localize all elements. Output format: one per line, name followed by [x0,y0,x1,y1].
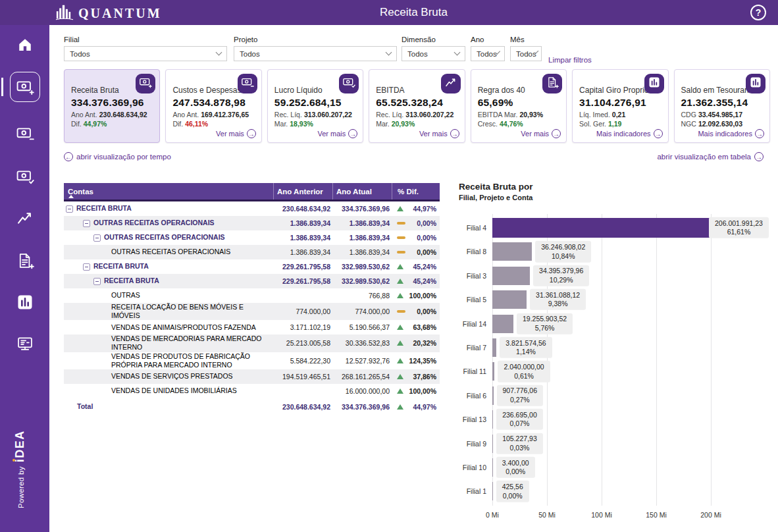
table-row[interactable]: VENDAS DE ANIMAIS/PRODUTOS FAZENDA 3.171… [64,320,440,334]
table-row[interactable]: VENDAS DE SERVIÇOS PRESTADOS 194.519.465… [64,369,440,384]
kpi-card-ebitda[interactable]: EBITDA 65.525.328,24 Rec. Líq.313.060.20… [369,69,465,143]
bar-chart-icon [749,76,762,92]
chart-title: Receita Bruta por [459,182,533,192]
column-header-pct-dif[interactable]: % Dif. [392,183,440,200]
chevron-down-icon [386,49,392,56]
column-header-ano-atual[interactable]: Ano Atual [332,183,392,200]
filter-select[interactable]: Todos [64,46,227,61]
kpi-card-regra-dos-40[interactable]: Regra dos 40 65,69% EBITDA Mar.20,93% Cr… [471,69,567,143]
card-link[interactable]: Mais indicadores [698,129,764,138]
arrow-left-icon [64,152,73,161]
page-title: Receita Bruta [49,0,778,25]
chart-bar-row: Filial 4 206.001.991,23 61,61% [492,219,769,237]
table-row[interactable]: OUTRAS 766,88 100,00% [64,288,440,303]
arrow-right-icon [755,129,764,138]
chart-bar-row: Filial 11 2.040.000,00 0,61% [492,362,769,381]
filter-select[interactable]: Todos [402,46,465,61]
chart-value-label: 907.776,06 0,27% [497,385,544,406]
trend-up-icon [397,325,403,330]
trend-up-icon [397,388,403,394]
arrow-right-icon [552,129,561,138]
table-row[interactable]: OUTRAS RECEITAS OPERACIONAIS 1.386.839,3… [64,245,440,259]
card-link[interactable]: Ver mais [216,129,256,138]
filter-select[interactable]: Todos [510,46,542,61]
chart-category-label: Filial 1 [467,487,486,495]
sidebar-item-document-plus[interactable] [16,252,34,270]
kpi-card-saldo-em-tesouraria[interactable]: Saldo em Tesouraria 21.362.355,14 CDG33.… [674,69,770,143]
chart-category-label: Filial 5 [467,296,486,304]
kpi-card-receita-bruta[interactable]: Receita Bruta 334.376.369,96 Ano Ant.230… [64,69,160,143]
help-icon[interactable]: ? [750,5,766,20]
chart-bar[interactable] [492,267,530,285]
collapse-icon[interactable] [93,234,101,242]
kpi-card-lucro-líquido[interactable]: Lucro Líquido 59.252.684,15 Rec. Líq.313… [267,69,363,143]
chart-bar[interactable] [492,482,493,500]
chart-bar[interactable] [492,362,494,381]
chart-bar[interactable] [492,458,493,477]
chart-category-label: Filial 4 [467,224,486,232]
bar-chart-panel: Receita Bruta por Filial, Projeto e Cont… [454,178,773,527]
column-header-contas[interactable]: Contas [64,183,273,200]
card-link[interactable]: Ver mais [419,129,459,138]
chart-bar[interactable] [492,435,493,453]
table-row[interactable]: RECEITA BRUTA 230.648.634,92 334.376.369… [64,201,440,216]
kpi-card-capital-giro-proprio[interactable]: Capital Giro Proprio 31.104.276,91 Líq. … [572,69,668,143]
open-time-view-link[interactable]: abrir visualização por tempo [64,152,171,161]
filter-select[interactable]: Todos [234,46,397,61]
money-plus-icon [139,76,152,92]
card-link[interactable]: Mais indicadores [596,129,663,138]
table-row[interactable]: OUTRAS RECEITAS OPERACIONAIS 1.386.839,3… [64,230,440,245]
trend-up-icon [397,358,403,363]
table-row[interactable]: RECEITA LOCAÇÃO DE BENS MÓVEIS E IMÓVEIS… [64,303,440,320]
chart-value-label: 105.227,93 0,03% [496,433,543,454]
sidebar-item-monitor[interactable] [16,334,34,353]
table-row[interactable]: VENDAS DE PRODUTOS DE FABRICAÇÃO PRÓPRIA… [64,352,440,369]
filter-label: Projeto [234,36,397,43]
chart-bar[interactable] [492,242,532,261]
chart-bar[interactable] [492,315,513,333]
table-header: Contas Ano Anterior Ano Atual % Dif. [64,183,440,201]
card-link[interactable]: Ver mais [521,129,561,138]
chart-bar[interactable] [492,218,717,238]
filter-label: Mês [510,36,542,43]
sidebar-item-money-plus[interactable] [16,78,34,96]
filter-select[interactable]: Todos [471,46,505,61]
bar-chart-icon [648,76,661,92]
sidebar-item-money-minus[interactable] [16,124,34,143]
sidebar-item-bar-chart[interactable] [16,293,34,311]
column-header-ano-anterior[interactable]: Ano Anterior [273,183,332,200]
chart-bar[interactable] [492,338,496,357]
money-check-icon [16,167,34,186]
card-value: 31.104.276,91 [579,97,661,109]
sidebar-item-home[interactable] [16,36,34,54]
receita-bruta-dashboard: Powered byiDEA QUANTUM Receita Bruta ? F… [0,0,778,532]
chart-bar[interactable] [492,386,494,405]
table-row[interactable]: OUTRAS RECEITAS OPERACIONAIS 1.386.839,3… [64,216,440,230]
home-icon [16,36,34,54]
card-link[interactable]: Ver mais [317,129,357,138]
collapse-icon[interactable] [66,205,73,213]
filter-ano: Ano Todos [471,36,505,61]
powered-by-text: Powered by [17,466,25,508]
collapse-icon[interactable] [83,263,90,271]
card-value: 59.252.684,15 [274,97,356,109]
table-row[interactable]: RECEITA BRUTA 229.261.795,58 332.989.530… [64,259,440,274]
document-plus-icon [546,76,559,92]
table-row[interactable]: VENDAS DE UNIDADES IMOBILIÁRIAS 16.000.0… [64,384,440,398]
chart-value-label: 34.395.379,96 10,29% [533,265,589,286]
filter-label: Filial [64,36,227,43]
sidebar-item-chart-pulse[interactable] [16,209,34,227]
chart-bar[interactable] [492,290,527,309]
chart-category-label: Filial 8 [467,248,486,255]
open-table-view-link[interactable]: abrir visualização em tabela [657,152,764,161]
table-row[interactable]: RECEITA BRUTA 229.261.795,58 332.989.530… [64,274,440,288]
clear-filters-link[interactable]: Limpar filtros [548,56,592,64]
chart-bar[interactable] [492,410,493,429]
collapse-icon[interactable] [93,278,101,285]
kpi-card-custos-e-despesas[interactable]: Custos e Despesas 247.534.878,98 Ano Ant… [165,69,261,143]
chart-bar-row: Filial 8 36.246.908,02 10,84% [492,242,769,261]
table-row[interactable]: VENDAS DE MERCADORIAS PARA MERCADO INTER… [64,334,440,352]
chart-value-label: 2.040.000,00 0,61% [498,361,550,382]
sidebar-item-money-check[interactable] [16,167,34,186]
collapse-icon[interactable] [83,220,90,227]
